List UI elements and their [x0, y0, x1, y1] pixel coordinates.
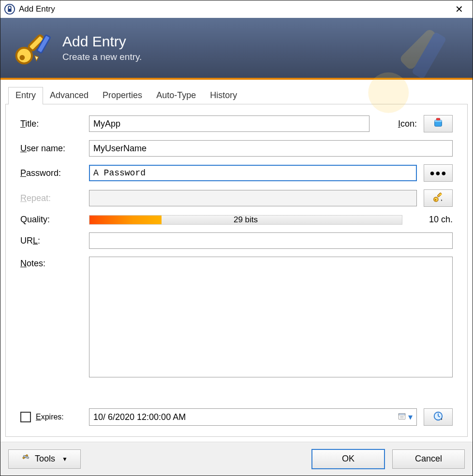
- cancel-button[interactable]: Cancel: [392, 449, 465, 469]
- quality-chars: 10 ch.: [409, 215, 453, 225]
- title-label: Title:: [20, 119, 82, 129]
- tab-autotype[interactable]: Auto-Type: [149, 87, 203, 104]
- chevron-down-icon: ▾: [408, 412, 413, 422]
- tab-panel-entry: Title: Icon: User name: Password: ●●●: [5, 104, 468, 437]
- username-input[interactable]: [89, 140, 453, 157]
- lock-icon: [4, 4, 15, 14]
- svg-marker-16: [441, 200, 442, 202]
- chevron-down-icon: ▼: [62, 456, 68, 462]
- tab-properties[interactable]: Properties: [95, 87, 149, 104]
- tools-icon: [21, 453, 31, 465]
- quality-bits: 29 bits: [89, 216, 402, 224]
- url-input[interactable]: [89, 232, 453, 249]
- url-label: URL:: [20, 236, 82, 246]
- expires-label: Expires:: [36, 413, 64, 421]
- banner-subheading: Create a new entry.: [62, 52, 142, 62]
- clock-icon: [433, 411, 443, 423]
- tab-entry[interactable]: Entry: [8, 87, 43, 104]
- titlebar: Add Entry ✕: [0, 0, 473, 18]
- expires-value: 10/ 6/2020 12:00:00 AM: [93, 412, 186, 422]
- svg-point-14: [435, 199, 436, 201]
- svg-point-2: [16, 48, 32, 63]
- expires-datetime-input[interactable]: 10/ 6/2020 12:00:00 AM ▾: [89, 408, 417, 426]
- close-icon: ✕: [455, 3, 463, 15]
- svg-rect-18: [399, 413, 405, 415]
- close-button[interactable]: ✕: [448, 2, 470, 16]
- password-input[interactable]: [89, 165, 417, 181]
- dialog-footer: Tools ▼ OK Cancel: [0, 442, 473, 476]
- banner: Add Entry Create a new entry.: [0, 18, 473, 80]
- tools-button[interactable]: Tools ▼: [8, 449, 81, 469]
- window-title: Add Entry: [19, 4, 55, 14]
- banner-heading: Add Entry: [62, 33, 142, 50]
- svg-marker-6: [34, 56, 38, 61]
- toggle-password-button[interactable]: ●●●: [424, 164, 453, 182]
- key-sparkle-icon: [433, 192, 443, 204]
- dots-icon: ●●●: [429, 168, 447, 178]
- expires-preset-button[interactable]: [424, 408, 453, 426]
- generate-password-button[interactable]: [424, 189, 453, 207]
- expires-checkbox[interactable]: [20, 412, 31, 422]
- svg-rect-1: [8, 9, 11, 12]
- quality-bar: 29 bits: [89, 215, 402, 225]
- repeat-input[interactable]: [89, 190, 417, 206]
- tools-label: Tools: [35, 454, 55, 464]
- add-entry-window: Add Entry ✕ Add Entry Create a new entry…: [0, 0, 473, 476]
- svg-point-3: [19, 55, 25, 60]
- key-pencil-icon: [11, 27, 53, 69]
- quality-label: Quality:: [20, 215, 82, 225]
- password-label: Password:: [20, 168, 82, 178]
- username-label: User name:: [20, 144, 82, 154]
- notes-input[interactable]: [89, 257, 453, 377]
- repeat-label: Repeat:: [20, 193, 82, 203]
- ok-button[interactable]: OK: [312, 449, 384, 469]
- banner-ghost-icon: [355, 22, 463, 135]
- calendar-icon: [398, 412, 406, 423]
- ok-label: OK: [342, 454, 355, 464]
- notes-label: Notes:: [20, 257, 82, 269]
- title-input[interactable]: [89, 115, 370, 132]
- tab-advanced[interactable]: Advanced: [43, 87, 96, 104]
- tab-history[interactable]: History: [203, 87, 244, 104]
- svg-point-7: [368, 72, 409, 113]
- cancel-label: Cancel: [415, 454, 442, 464]
